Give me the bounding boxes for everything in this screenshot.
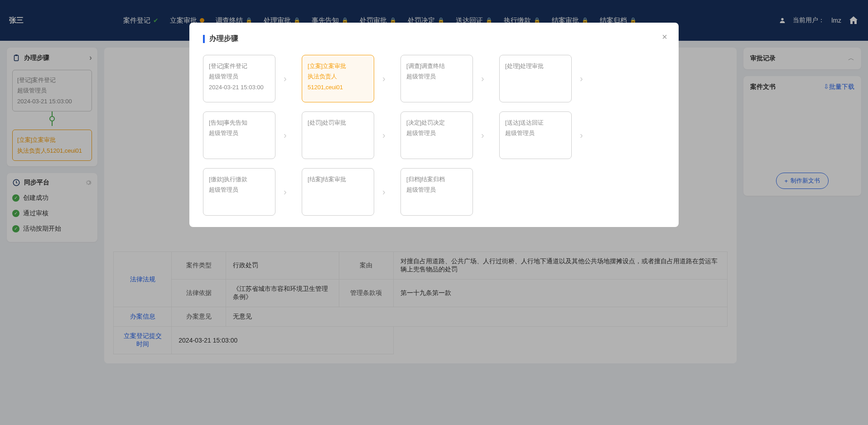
flow-card[interactable]: [决定]处罚决定超级管理员 [400,111,473,159]
modal-title-bar [203,35,205,43]
chevron-right-icon: › [580,130,589,140]
flow-card[interactable]: [立案]立案审批执法负责人51201,ceui01 [302,55,374,102]
chevron-right-icon: › [382,187,391,197]
flow-card-title: [告知]事先告知 [209,117,270,128]
flow-item-8: [缴款]执行缴款超级管理员› [203,168,293,216]
flow-card-owner: 执法负责人51201,ceui01 [308,71,368,92]
flow-card-owner: 超级管理员 [406,184,467,195]
flow-card-owner: 超级管理员 [209,128,270,138]
flow-card-title: [结案]结案审批 [308,174,368,184]
flow-card-title: [处理]处理审批 [505,61,566,71]
flow-card[interactable]: [处理]处理审批 [499,55,572,102]
close-icon: × [662,32,667,42]
flow-card-title: [送达]送达回证 [505,117,566,128]
flow-card[interactable]: [结案]结案审批 [302,168,374,216]
modal: × 办理步骤 [登记]案件登记超级管理员2024-03-21 15:03:00›… [189,23,679,227]
flow-card-title: [登记]案件登记 [209,61,270,71]
chevron-right-icon: › [481,130,490,140]
flow-item-4: [告知]事先告知超级管理员› [203,111,293,159]
flow-item-6: [决定]处罚决定超级管理员› [400,111,490,159]
flow-card[interactable]: [归档]结案归档超级管理员 [400,168,473,216]
chevron-right-icon: › [382,130,391,140]
flow-card-owner: 超级管理员 [505,128,566,138]
flow-card-title: [处罚]处罚审批 [308,117,368,128]
flow-card[interactable]: [缴款]执行缴款超级管理员 [203,168,275,216]
flow-card[interactable]: [登记]案件登记超级管理员2024-03-21 15:03:00 [203,55,275,102]
flow-card-title: [调查]调查终结 [406,61,467,71]
flow-card-title: [归档]结案归档 [406,174,467,184]
flow-grid: [登记]案件登记超级管理员2024-03-21 15:03:00›[立案]立案审… [203,55,665,216]
chevron-right-icon: › [284,130,293,140]
flow-card-owner: 超级管理员 [406,128,467,138]
modal-title: 办理步骤 [209,34,238,43]
flow-item-10: [归档]结案归档超级管理员 [400,168,473,216]
flow-card-title: [决定]处罚决定 [406,117,467,128]
chevron-right-icon: › [580,73,589,84]
flow-item-5: [处罚]处罚审批› [302,111,391,159]
flow-card-title: [缴款]执行缴款 [209,174,270,184]
flow-item-9: [结案]结案审批› [302,168,391,216]
flow-card[interactable]: [告知]事先告知超级管理员 [203,111,275,159]
flow-item-0: [登记]案件登记超级管理员2024-03-21 15:03:00› [203,55,293,102]
chevron-right-icon: › [481,73,490,84]
flow-card[interactable]: [处罚]处罚审批 [302,111,374,159]
flow-card-owner: 超级管理员 [209,71,270,82]
chevron-right-icon: › [382,73,391,84]
modal-overlay: × 办理步骤 [登记]案件登记超级管理员2024-03-21 15:03:00›… [0,0,868,370]
modal-close-button[interactable]: × [662,32,667,42]
flow-card-time: 2024-03-21 15:03:00 [209,82,270,92]
chevron-right-icon: › [284,187,293,197]
flow-item-2: [调查]调查终结超级管理员› [400,55,490,102]
modal-title-wrap: 办理步骤 [203,34,665,43]
flow-item-1: [立案]立案审批执法负责人51201,ceui01› [302,55,391,102]
flow-item-3: [处理]处理审批› [499,55,589,102]
flow-item-7: [送达]送达回证超级管理员› [499,111,589,159]
flow-card[interactable]: [调查]调查终结超级管理员 [400,55,473,102]
flow-card-title: [立案]立案审批 [308,61,368,71]
flow-card-owner: 超级管理员 [406,71,467,82]
flow-card[interactable]: [送达]送达回证超级管理员 [499,111,572,159]
chevron-right-icon: › [284,73,293,84]
flow-card-owner: 超级管理员 [209,184,270,195]
